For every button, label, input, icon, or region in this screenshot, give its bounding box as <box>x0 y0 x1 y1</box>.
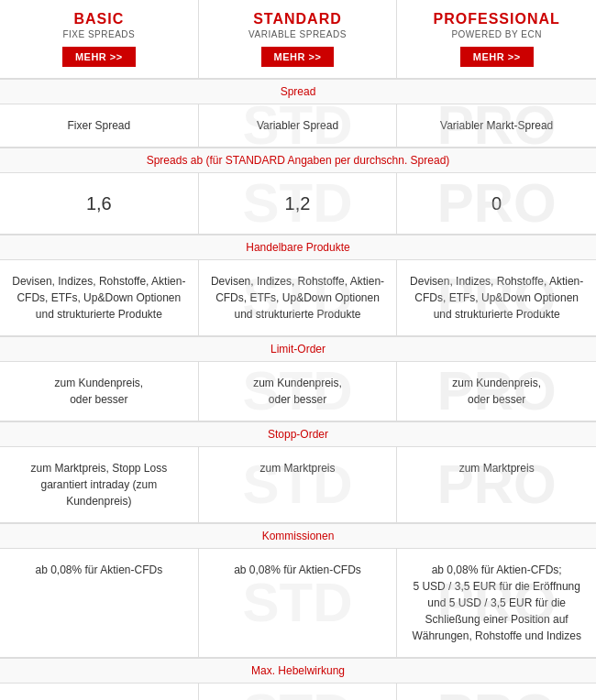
spread-professional: Variabler Markt-Spread <box>397 104 596 147</box>
kommissionen-standard: ab 0,08% für Aktien-CFDs <box>199 549 398 657</box>
standard-title: STANDARD <box>208 11 388 27</box>
section-hebel-header: Max. Hebelwirkung <box>0 658 596 684</box>
header-professional: PROFESSIONAL POWERED BY ECN MEHR >> <box>397 0 596 78</box>
professional-title: PROFESSIONAL <box>406 11 587 27</box>
limit-professional: zum Kundenpreis, oder besser <box>397 362 596 421</box>
spreadsab-basic: 1,6 <box>0 173 199 234</box>
standard-subtitle: VARIABLE SPREADS <box>208 29 388 39</box>
limit-row: zum Kundenpreis, oder besser zum Kundenp… <box>0 362 596 421</box>
hebel-row: 1:200 1:200 1:200 <box>0 684 596 700</box>
spreadsab-standard: 1,2 <box>199 173 398 234</box>
spread-basic: Fixer Spread <box>0 104 199 147</box>
stopp-basic: zum Marktpreis, Stopp Loss garantiert in… <box>0 447 199 522</box>
standard-mehr-button[interactable]: MEHR >> <box>261 47 335 67</box>
spread-standard: Variabler Spread <box>199 104 398 147</box>
section-stopp-header: Stopp-Order <box>0 421 596 447</box>
limit-standard: zum Kundenpreis, oder besser <box>199 362 398 421</box>
spreadsab-row: 1,6 1,2 0 <box>0 173 596 235</box>
kommissionen-row: ab 0,08% für Aktien-CFDs ab 0,08% für Ak… <box>0 549 596 658</box>
header-row: BASIC FIXE SPREADS MEHR >> STANDARD VARI… <box>0 0 596 79</box>
header-basic: BASIC FIXE SPREADS MEHR >> <box>0 0 199 78</box>
stopp-row: zum Marktpreis, Stopp Loss garantiert in… <box>0 447 596 523</box>
professional-mehr-button[interactable]: MEHR >> <box>460 47 534 67</box>
handelbare-standard: Devisen, Indizes, Rohstoffe, Aktien-CFDs… <box>199 260 398 335</box>
section-limit-header: Limit-Order <box>0 336 596 362</box>
spreadsab-professional: 0 <box>397 173 596 234</box>
professional-subtitle: POWERED BY ECN <box>406 29 587 39</box>
hebel-professional: 1:200 <box>397 684 596 700</box>
basic-subtitle: FIXE SPREADS <box>9 29 189 39</box>
kommissionen-professional: ab 0,08% für Aktien-CFDs; 5 USD / 3,5 EU… <box>397 549 596 657</box>
handelbare-professional: Devisen, Indizes, Rohstoffe, Aktien-CFDs… <box>397 260 596 335</box>
header-standard: STANDARD VARIABLE SPREADS MEHR >> <box>199 0 398 78</box>
basic-title: BASIC <box>9 11 189 27</box>
section-handelbare-header: Handelbare Produkte <box>0 235 596 260</box>
handelbare-row: Devisen, Indizes, Rohstoffe, Aktien-CFDs… <box>0 260 596 336</box>
handelbare-basic: Devisen, Indizes, Rohstoffe, Aktien-CFDs… <box>0 260 199 335</box>
stopp-standard: zum Marktpreis <box>199 447 398 522</box>
spread-row: Fixer Spread Variabler Spread Variabler … <box>0 104 596 148</box>
comparison-table: BASIC FIXE SPREADS MEHR >> STANDARD VARI… <box>0 0 596 700</box>
section-spreadsab-header: Spreads ab (für STANDARD Angaben per dur… <box>0 148 596 173</box>
limit-basic: zum Kundenpreis, oder besser <box>0 362 199 421</box>
stopp-professional: zum Marktpreis <box>397 447 596 522</box>
kommissionen-basic: ab 0,08% für Aktien-CFDs <box>0 549 199 657</box>
section-spread-header: Spread <box>0 79 596 104</box>
section-kommissionen-header: Kommissionen <box>0 523 596 549</box>
hebel-standard: 1:200 <box>199 684 398 700</box>
hebel-basic: 1:200 <box>0 684 199 700</box>
basic-mehr-button[interactable]: MEHR >> <box>62 47 136 67</box>
